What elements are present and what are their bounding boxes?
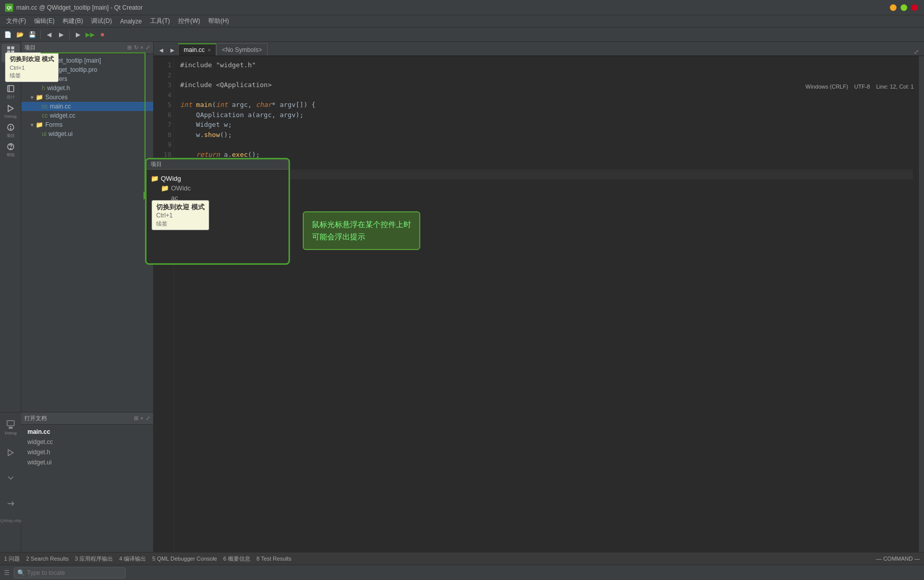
device-icon-4[interactable] — [2, 491, 20, 516]
toolbar-forward[interactable]: ▶ — [55, 29, 67, 40]
zoom-tooltip-title: 切换到欢迎 模式 — [156, 203, 205, 212]
menu-debug[interactable]: 调试(D) — [87, 16, 116, 26]
menubar: 文件(F) 编辑(E) 构建(B) 调试(D) Analyze 工具(T) 控件… — [0, 15, 924, 27]
menu-edit[interactable]: 编辑(E) — [30, 16, 59, 26]
close-button[interactable] — [911, 4, 918, 11]
sidebar-item-help[interactable]: 帮助 — [2, 141, 20, 159]
open-docs-panel: 打开文档 ⊞ × ⤢ main.cc widget.cc widget.h wi… — [21, 412, 154, 524]
sidebar-item-design[interactable]: 设计 — [2, 82, 20, 101]
device-icon-3[interactable] — [2, 465, 20, 491]
svg-point-14 — [10, 148, 11, 149]
tree-label-sources: Sources — [45, 94, 68, 101]
zoom-row-sub1: 📁 OWidc — [151, 183, 284, 193]
toolbar-sep-1 — [40, 30, 41, 39]
tree-item-sources[interactable]: ▼ 📁 Sources — [21, 93, 153, 102]
bottom-panels: Debug QWidg-oltip 打开文档 ⊞ × ⤢ main.cc wid… — [0, 440, 154, 552]
status-issues[interactable]: 1 问题 — [4, 555, 20, 563]
app-icon: Qt — [5, 4, 13, 12]
svg-point-12 — [10, 128, 11, 129]
toolbar-run[interactable]: ▶▶ — [84, 29, 96, 40]
device-icon-1[interactable]: Debug — [2, 415, 20, 440]
svg-rect-16 — [9, 427, 13, 429]
toolbar-open[interactable]: 📂 — [14, 29, 25, 40]
line-numbers: 1234 5678 9101112 — [154, 56, 174, 552]
tree-item-main-cc[interactable]: cc main.cc — [21, 102, 153, 111]
maximize-button[interactable] — [901, 4, 907, 11]
open-docs-header: 打开文档 ⊞ × ⤢ — [21, 412, 153, 425]
doc-item-widget-cc[interactable]: widget.cc — [21, 437, 153, 447]
menu-tools[interactable]: 工具(T) — [146, 16, 174, 26]
doc-item-widget-h[interactable]: widget.h — [21, 447, 153, 457]
status-search[interactable]: 2 Search Results — [26, 556, 69, 562]
svg-marker-9 — [8, 105, 13, 112]
status-test[interactable]: 8 Test Results — [256, 556, 292, 562]
debug-label: Debug — [5, 431, 17, 435]
project-expand-icon[interactable]: ⤢ — [146, 44, 150, 51]
tab-close-icon[interactable]: × — [208, 47, 211, 53]
search-box[interactable]: 🔍 — [14, 567, 126, 578]
doc-item-main-cc[interactable]: main.cc — [21, 427, 153, 437]
tab-main-cc[interactable]: main.cc × — [178, 43, 216, 56]
docs-close-icon[interactable]: × — [140, 415, 143, 422]
editor-scrollbar[interactable] — [919, 56, 924, 552]
project-filter-icon[interactable]: ⊞ — [127, 44, 132, 51]
project-sync-icon[interactable]: ↻ — [134, 44, 138, 51]
tree-item-widget-h[interactable]: h widget.h — [21, 84, 153, 93]
tab-nav-fwd[interactable]: ▶ — [167, 44, 178, 56]
menu-controls[interactable]: 控件(W) — [174, 16, 204, 26]
line-ending-label: Windows (CRLF) — [805, 84, 848, 90]
tab-label-symbols: <No Symbols> — [222, 46, 262, 53]
zoom-tooltip: 切换到欢迎 模式 Ctrl+1 续签 — [152, 200, 209, 230]
status-command: — COMMAND — — [876, 556, 920, 562]
svg-rect-7 — [8, 86, 14, 92]
menu-help[interactable]: 帮助(H) — [204, 16, 233, 26]
editor-content[interactable]: 1234 5678 9101112 #include "widget.h" #i… — [154, 56, 924, 552]
docs-filter-icon[interactable]: ⊞ — [134, 415, 138, 422]
zoom-root-label: QWidg — [161, 175, 181, 182]
editor-expand-icon[interactable]: ⤢ — [911, 48, 922, 56]
toolbar-sep-2 — [69, 30, 70, 39]
code-editor[interactable]: #include "widget.h" #include <QApplicati… — [174, 56, 919, 552]
toolbar: 📄 📂 💾 ◀ ▶ ▶ ▶▶ ■ — [0, 27, 924, 42]
tree-item-widget-ui[interactable]: ui widget.ui — [21, 129, 153, 139]
tree-item-forms[interactable]: ▼ 📁 Forms — [21, 120, 153, 129]
search-input[interactable] — [27, 569, 122, 576]
tooltip-title: 切换到欢迎 模式 — [10, 55, 54, 64]
titlebar: Qt main.cc @ QWidget_tooltip [main] - Qt… — [0, 0, 924, 15]
status-qml[interactable]: 5 QML Debugger Console — [152, 556, 217, 562]
zoom-title: 项目 — [151, 160, 162, 168]
tree-arrow-forms: ▼ — [30, 122, 35, 128]
status-app-output[interactable]: 3 应用程序输出 — [75, 555, 113, 563]
svg-rect-1 — [11, 46, 14, 49]
doc-item-widget-ui[interactable]: widget.ui — [21, 457, 153, 467]
menu-build[interactable]: 构建(B) — [59, 16, 87, 26]
open-docs-title: 打开文档 — [24, 415, 47, 422]
tab-nav-back[interactable]: ◀ — [156, 44, 167, 56]
toolbar-build[interactable]: ▶ — [72, 29, 83, 40]
tab-no-symbols[interactable]: <No Symbols> — [216, 43, 268, 56]
editor-area: ◀ ▶ main.cc × <No Symbols> ⤢ Windows (CR… — [154, 42, 924, 552]
toolbar-stop[interactable]: ■ — [97, 29, 108, 40]
zoom-overlay: 项目 📁 QWidg 📁 OWidc ac wid 📁 So 切换到欢迎 模式 … — [145, 158, 290, 265]
tree-item-widget-cc[interactable]: cc widget.cc — [21, 111, 153, 120]
menu-analyze[interactable]: Analyze — [116, 17, 146, 26]
toolbar-new[interactable]: 📄 — [2, 29, 13, 40]
sidebar-item-debug[interactable]: Debug — [2, 102, 20, 120]
sidebar-item-project[interactable]: 项目 — [2, 121, 20, 140]
minimize-button[interactable] — [890, 4, 897, 11]
menu-file[interactable]: 文件(F) — [2, 16, 30, 26]
toolbar-back[interactable]: ◀ — [43, 29, 54, 40]
device-icon-2[interactable] — [2, 440, 20, 465]
source-file2-icon: cc — [42, 112, 48, 119]
project-title: 项目 — [24, 44, 36, 51]
toolbar-save[interactable]: 💾 — [26, 29, 38, 40]
folder-forms-icon: 📁 — [36, 121, 43, 128]
status-general[interactable]: 6 概要信息 — [223, 555, 250, 563]
zoom-tooltip-shortcut: Ctrl+1 — [156, 212, 205, 219]
zoom-row-root: 📁 QWidg — [151, 174, 284, 183]
project-close-icon[interactable]: × — [140, 44, 143, 51]
status-compile[interactable]: 4 编译输出 — [119, 555, 146, 563]
tooltip-shortcut: Ctrl+1 — [10, 65, 54, 71]
tooltip-label: 续签 — [10, 72, 54, 79]
docs-expand-icon[interactable]: ⤢ — [146, 415, 150, 422]
